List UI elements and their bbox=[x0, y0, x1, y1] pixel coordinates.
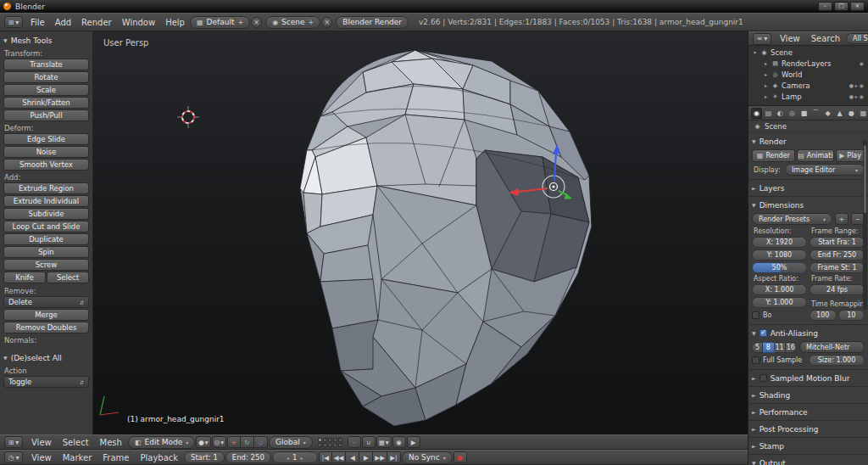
edge-slide-button[interactable]: Edge Slide bbox=[3, 133, 89, 145]
menu-help[interactable]: Help bbox=[160, 18, 190, 27]
anti-aliasing-checkbox[interactable] bbox=[760, 329, 767, 337]
outliner-item-world[interactable]: ▸ ◎ World bbox=[750, 69, 866, 80]
aspect-x-field[interactable]: X: 1.000 bbox=[752, 284, 807, 295]
scale-button[interactable]: Scale bbox=[3, 84, 89, 96]
add-preset-button[interactable]: + bbox=[835, 213, 849, 225]
border-checkbox-row[interactable]: Bo bbox=[752, 310, 807, 321]
rotate-button[interactable]: Rotate bbox=[3, 71, 89, 83]
restrict-toggles[interactable]: ● ▸ ◉ bbox=[849, 82, 866, 88]
jump-to-end-button[interactable]: ▶| bbox=[387, 451, 401, 463]
border-checkbox[interactable] bbox=[752, 311, 760, 319]
aa-samples-16-button[interactable]: 16 bbox=[786, 342, 797, 353]
aa-samples-11-button[interactable]: 11 bbox=[775, 342, 786, 353]
restrict-toggles[interactable]: ● ▸ ◉ bbox=[849, 93, 866, 99]
menu-mesh[interactable]: Mesh bbox=[95, 438, 127, 447]
collapse-triangle-icon[interactable]: ▾ bbox=[752, 49, 758, 55]
toggle-action-dropdown[interactable]: Toggle ⇵ bbox=[3, 376, 89, 388]
spin-button[interactable]: Spin bbox=[3, 246, 89, 258]
motion-blur-checkbox[interactable] bbox=[760, 374, 767, 382]
layers-panel-header[interactable]: ► Layers bbox=[752, 182, 865, 194]
knife-select-button[interactable]: Select bbox=[47, 272, 89, 283]
render-presets-dropdown[interactable]: Render Presets ▾ bbox=[752, 213, 832, 225]
decrement-arrow-icon[interactable]: ◂ bbox=[287, 455, 289, 461]
deselect-all-panel-header[interactable]: ▼ (De)select All bbox=[3, 351, 89, 364]
render-engine-dropdown[interactable]: Blender Render bbox=[336, 16, 409, 29]
snap-magnet-button[interactable]: ∪ bbox=[362, 436, 376, 448]
menu-timeline-view[interactable]: View bbox=[26, 453, 57, 462]
tab-render-layers[interactable]: ▤ bbox=[763, 108, 774, 119]
scene-dropdown[interactable]: ◉ Scene + bbox=[265, 16, 320, 29]
outliner-item-camera[interactable]: ▸ ◈ Camera ● ▸ ◉ bbox=[750, 80, 866, 91]
snap-element-dropdown[interactable]: ▦▾ bbox=[376, 436, 392, 448]
prev-keyframe-button[interactable]: ◀◀ bbox=[332, 451, 347, 463]
extrude-individual-button[interactable]: Extrude Individual bbox=[3, 195, 89, 207]
play-rendered-button[interactable]: ▶Play bbox=[836, 149, 865, 162]
remap-new-field[interactable]: 10 bbox=[838, 310, 865, 321]
extrude-region-button[interactable]: Extrude Region bbox=[3, 182, 89, 194]
restrict-toggles[interactable]: ◉ bbox=[860, 60, 866, 66]
output-panel-header[interactable]: ▼ Output bbox=[752, 457, 865, 465]
mode-dropdown[interactable]: ◧ Edit Mode ▾ bbox=[128, 436, 195, 449]
tab-texture[interactable]: ▦ bbox=[858, 108, 868, 119]
add-screen-layout-icon[interactable]: + bbox=[237, 19, 243, 26]
render-still-button[interactable]: ◉ bbox=[392, 436, 406, 448]
aa-samples-8-button[interactable]: 8 bbox=[763, 342, 774, 353]
viewport-shading-dropdown[interactable]: ●▾ bbox=[196, 436, 210, 448]
expand-triangle-icon[interactable]: ▸ bbox=[763, 60, 769, 66]
screen-layout-dropdown[interactable]: ▦ Default + bbox=[190, 16, 250, 29]
pivot-point-dropdown[interactable]: ◎▾ bbox=[212, 436, 226, 448]
orientation-dropdown[interactable]: Global ▾ bbox=[269, 436, 313, 449]
stamp-panel-header[interactable]: ► Stamp bbox=[752, 440, 865, 452]
resolution-y-field[interactable]: Y: 1080 bbox=[752, 249, 807, 261]
minimize-button[interactable]: – bbox=[818, 2, 832, 11]
remove-doubles-button[interactable]: Remove Doubles bbox=[3, 322, 89, 333]
render-anim-button[interactable]: ▶ bbox=[407, 436, 420, 448]
tab-scene[interactable]: ◐ bbox=[775, 108, 786, 119]
editor-type-timeline-button[interactable]: ◷▾ bbox=[4, 451, 23, 463]
play-button[interactable]: ▶ bbox=[359, 451, 373, 463]
display-dropdown[interactable]: Image Editor ▾ bbox=[785, 164, 865, 176]
menu-select[interactable]: Select bbox=[58, 438, 94, 447]
record-button[interactable]: ● bbox=[453, 451, 467, 463]
delete-screen-layout-button[interactable]: × bbox=[251, 17, 262, 28]
delete-scene-button[interactable]: × bbox=[321, 17, 332, 28]
next-keyframe-button[interactable]: ▶▶ bbox=[373, 451, 387, 463]
menu-frame[interactable]: Frame bbox=[97, 453, 134, 462]
menu-marker[interactable]: Marker bbox=[58, 453, 97, 462]
menu-window[interactable]: Window bbox=[117, 18, 160, 27]
outliner-item-lamp[interactable]: ▸ ☀ Lamp ● ▸ ◉ bbox=[750, 91, 866, 102]
knife-button[interactable]: Knife bbox=[3, 272, 46, 283]
aa-filter-dropdown[interactable]: Mitchell-Netr bbox=[799, 341, 865, 353]
full-sample-row[interactable]: Full Sample bbox=[752, 356, 806, 364]
render-still-button[interactable]: ▦Render bbox=[752, 149, 795, 162]
increment-arrow-icon[interactable]: ▸ bbox=[301, 455, 303, 461]
aspect-y-field[interactable]: Y: 1.000 bbox=[752, 297, 807, 308]
outliner-display-dropdown[interactable]: All Scenes bbox=[846, 33, 868, 44]
loop-cut-slide-button[interactable]: Loop Cut and Slide bbox=[3, 221, 89, 232]
post-processing-panel-header[interactable]: ► Post Processing bbox=[752, 423, 865, 435]
resolution-percentage-slider[interactable]: 50% bbox=[752, 262, 807, 273]
shading-panel-header[interactable]: ► Shading bbox=[752, 389, 865, 401]
expand-triangle-icon[interactable]: ▸ bbox=[763, 93, 769, 99]
lock-to-scene-button[interactable]: ◦ bbox=[348, 436, 361, 448]
expand-triangle-icon[interactable]: ▸ bbox=[763, 71, 769, 77]
outliner-item-renderlayers[interactable]: ▸ ▤ RenderLayers ◉ bbox=[750, 58, 866, 69]
mesh-tools-panel-header[interactable]: ▼ Mesh Tools bbox=[3, 34, 89, 47]
duplicate-button[interactable]: Duplicate bbox=[3, 233, 89, 245]
remap-old-field[interactable]: 100 bbox=[810, 310, 837, 321]
menu-view[interactable]: View bbox=[26, 438, 57, 447]
motion-blur-panel-header[interactable]: ► Sampled Motion Blur bbox=[752, 372, 865, 384]
layers-widget[interactable] bbox=[318, 438, 342, 447]
manipulator-scale-button[interactable]: ◇ bbox=[254, 436, 268, 448]
subdivide-button[interactable]: Subdivide bbox=[3, 208, 89, 220]
tab-object[interactable]: ■ bbox=[798, 108, 810, 119]
aa-size-field[interactable]: Size: 1.000 bbox=[809, 355, 865, 366]
menu-outliner-view[interactable]: View bbox=[775, 34, 805, 43]
anti-aliasing-panel-header[interactable]: ▼ Anti-Aliasing bbox=[752, 327, 865, 339]
frame-rate-dropdown[interactable]: 24 fps bbox=[810, 284, 865, 295]
start-frame-field[interactable]: Start: 1 bbox=[184, 451, 225, 463]
outliner-item-scene[interactable]: ▾ ◉ Scene bbox=[750, 47, 866, 58]
menu-outliner-search[interactable]: Search bbox=[806, 34, 845, 43]
menu-file[interactable]: File bbox=[25, 18, 50, 27]
window-titlebar[interactable]: Blender – □ × bbox=[0, 0, 868, 13]
